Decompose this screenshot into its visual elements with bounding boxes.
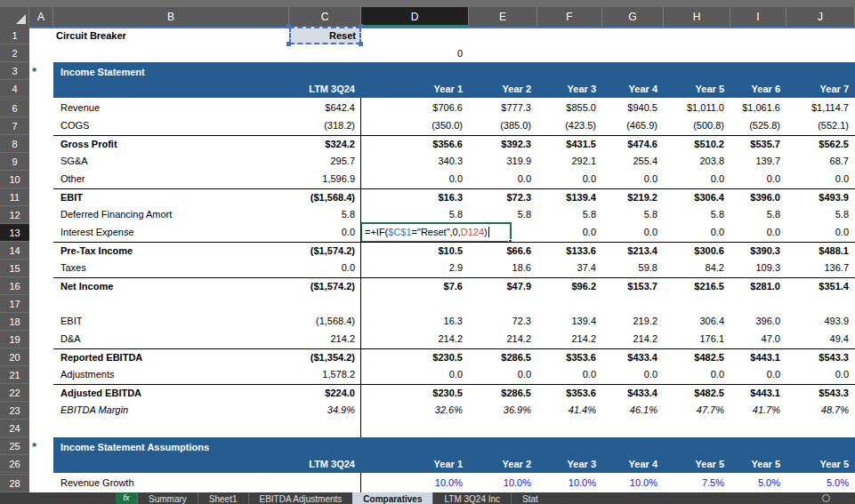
cell-B6[interactable]: Revenue	[53, 100, 289, 117]
cell-F10[interactable]: 0.0	[537, 171, 602, 188]
cell-F21[interactable]: 0.0	[537, 366, 602, 384]
row-header-20[interactable]: 20	[0, 348, 29, 366]
year-header-cell[interactable]: Year 3	[537, 80, 602, 98]
cell-G18[interactable]: 219.2	[602, 313, 664, 331]
cell-H22[interactable]: $482.5	[664, 385, 730, 402]
cell-E15[interactable]: 18.6	[469, 260, 537, 277]
cell-F13[interactable]: 0.0	[537, 224, 602, 242]
row-header-16[interactable]: 16	[0, 277, 29, 295]
cell-D14[interactable]: $10.5	[361, 243, 469, 260]
sheet-tab-comparatives[interactable]: Comparatives	[352, 492, 432, 504]
column-header-D[interactable]: D	[361, 7, 469, 27]
column-header-H[interactable]: H	[664, 7, 730, 27]
cell-B28[interactable]: Revenue Growth	[53, 475, 289, 492]
cell-I7[interactable]: (525.8)	[730, 117, 786, 135]
cell-E28[interactable]: 10.0%	[469, 475, 537, 492]
cell-I19[interactable]: 47.0	[730, 331, 786, 348]
column-header-B[interactable]: B	[53, 7, 289, 27]
cell-C6[interactable]: $642.4	[289, 100, 361, 117]
cell-D28[interactable]: 10.0%	[361, 475, 469, 492]
selection-handle[interactable]	[359, 42, 363, 46]
row-header-13[interactable]: 13	[0, 224, 29, 242]
cell-E18[interactable]: 72.3	[469, 313, 537, 331]
cell-C13[interactable]: 0.0	[289, 224, 361, 242]
row-header-23[interactable]: 23	[0, 402, 29, 420]
column-header-G[interactable]: G	[602, 7, 664, 27]
cell-I23[interactable]: 41.7%	[730, 402, 786, 420]
row-header-17[interactable]: 17	[0, 295, 29, 313]
cell-J19[interactable]: 49.4	[786, 331, 855, 348]
year-header-cell[interactable]: Year 1	[361, 455, 469, 473]
cell-D22[interactable]: $230.5	[361, 385, 469, 402]
cell-B20[interactable]: Reported EBITDA	[53, 349, 289, 366]
cell-F18[interactable]: 139.4	[537, 313, 602, 331]
column-header-E[interactable]: E	[469, 7, 537, 27]
cell-I17[interactable]	[730, 295, 786, 313]
cell-H28[interactable]: 7.5%	[664, 475, 730, 492]
cell-C8[interactable]: $324.2	[289, 136, 361, 153]
cell-J23[interactable]: 48.7%	[786, 402, 855, 420]
cell-F9[interactable]: 292.1	[537, 153, 602, 171]
assumptions-section-header[interactable]: Income Statement Assumptions LTM 3Q24 Ye…	[53, 437, 855, 473]
cell-F7[interactable]: (423.5)	[537, 117, 602, 135]
cell-B11[interactable]: EBIT	[53, 189, 289, 206]
cell-F12[interactable]: 5.8	[537, 206, 602, 224]
cell-B23[interactable]: EBITDA Margin	[53, 402, 289, 420]
cell-H10[interactable]: 0.0	[664, 171, 730, 188]
cell-H23[interactable]: 47.7%	[664, 402, 730, 420]
cell-G28[interactable]: 10.0%	[602, 475, 664, 492]
cell-J15[interactable]: 136.7	[786, 260, 855, 277]
cell-B17[interactable]	[53, 295, 289, 313]
cell-B14[interactable]: Pre-Tax Income	[53, 243, 289, 260]
cell-G15[interactable]: 59.8	[602, 260, 664, 277]
year-header-cell[interactable]: Year 1	[361, 80, 469, 98]
cell-I22[interactable]: $443.1	[730, 385, 786, 402]
cell-B16[interactable]: Net Income	[53, 278, 289, 295]
cell-D18[interactable]: 16.3	[361, 313, 469, 331]
cell-J16[interactable]: $351.4	[786, 278, 855, 295]
cell-F8[interactable]: $431.5	[537, 136, 602, 153]
cell-D20[interactable]: $230.5	[361, 349, 469, 366]
cell-D11[interactable]: $16.3	[361, 189, 469, 206]
cell-E20[interactable]: $286.5	[469, 349, 537, 366]
row-header-25[interactable]: 25	[0, 437, 29, 455]
cell-I13[interactable]: 0.0	[730, 224, 786, 242]
cell-E17[interactable]	[469, 295, 537, 313]
cell-J12[interactable]: 5.8	[786, 206, 855, 224]
cell-C20[interactable]: ($1,354.2)	[289, 349, 361, 366]
cell-E22[interactable]: $286.5	[469, 385, 537, 402]
cell-C16[interactable]: ($1,574.2)	[289, 278, 361, 295]
row-header-10[interactable]: 10	[0, 171, 29, 188]
row-header-28[interactable]: 28	[0, 475, 29, 492]
income-statement-section-header[interactable]: Income Statement LTM 3Q24 Year 1Year 2Ye…	[53, 62, 855, 98]
cell-I11[interactable]: $396.0	[730, 189, 786, 206]
row-header-8[interactable]: 8	[0, 135, 29, 153]
cell-G12[interactable]: 5.8	[602, 206, 664, 224]
cell-J17[interactable]	[786, 295, 855, 313]
cell-H17[interactable]	[664, 295, 730, 313]
cell-I18[interactable]: 396.0	[730, 313, 786, 331]
formula-edit-box[interactable]: =+IF($C$1="Reset",0,D124)	[360, 222, 512, 243]
year-header-cell[interactable]: Year 6	[730, 80, 786, 98]
cell-G20[interactable]: $433.4	[602, 349, 664, 366]
cell-E12[interactable]: 5.8	[469, 206, 537, 224]
cell-C14[interactable]: ($1,574.2)	[289, 243, 361, 260]
cell-I16[interactable]: $281.0	[730, 278, 786, 295]
cell-E9[interactable]: 319.9	[469, 153, 537, 171]
tab-bar-circle-icon[interactable]	[822, 494, 830, 502]
cell-J21[interactable]: 0.0	[786, 366, 855, 384]
cell-H11[interactable]: $306.4	[664, 189, 730, 206]
cell-I20[interactable]: $443.1	[730, 349, 786, 366]
cell-C17[interactable]	[289, 295, 361, 313]
cell-D17[interactable]	[361, 295, 469, 313]
cell-E23[interactable]: 36.9%	[469, 402, 537, 420]
year-header-cell[interactable]: Year 5	[730, 455, 786, 473]
cell-G10[interactable]: 0.0	[602, 171, 664, 188]
cell-J11[interactable]: $493.9	[786, 189, 855, 206]
cell-D8[interactable]: $356.6	[361, 136, 469, 153]
year-header-cell[interactable]: Year 5	[664, 455, 730, 473]
year-header-cell[interactable]: Year 4	[602, 80, 664, 98]
year-header-cell[interactable]: Year 2	[469, 455, 537, 473]
sheet-tab-stat[interactable]: Stat	[511, 492, 549, 504]
year-header-cell[interactable]: Year 3	[537, 455, 602, 473]
